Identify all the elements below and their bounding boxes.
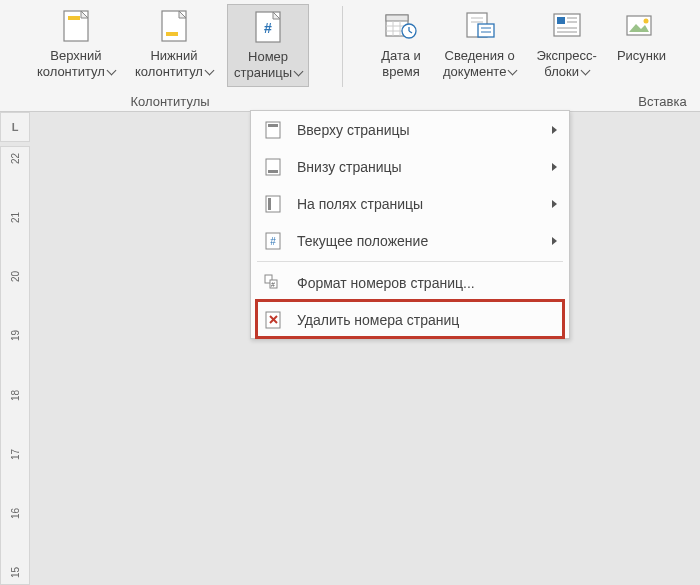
menu-item-bottom[interactable]: Внизу страницы [251,148,569,185]
svg-text:#: # [271,281,275,288]
page-top-icon [263,120,283,140]
doc-info-icon [463,8,497,44]
images-icon [624,8,658,44]
chevron-down-icon [106,66,116,76]
menu-separator [257,261,563,262]
quick-parts-label-2: блоки [544,64,579,80]
bottom-header-label-2: колонтитул [135,64,203,80]
chevron-down-icon [508,66,518,76]
menu-label: Формат номеров страниц... [297,275,557,291]
ruler-tick: 19 [10,322,21,350]
submenu-arrow-icon [552,200,557,208]
submenu-arrow-icon [552,163,557,171]
images-label-1: Рисунки [617,48,666,64]
ruler-corner: L [0,112,30,142]
menu-item-current[interactable]: # Текущее положение [251,222,569,259]
submenu-arrow-icon [552,126,557,134]
svg-text:#: # [264,20,272,36]
chevron-down-icon [294,67,304,77]
svg-rect-1 [68,16,80,20]
menu-label: Текущее положение [297,233,552,249]
svg-rect-34 [268,198,271,210]
doc-info-button[interactable]: Сведения о документе [437,4,522,85]
submenu-arrow-icon [552,237,557,245]
svg-rect-7 [386,15,408,21]
quick-parts-icon [550,8,584,44]
page-delete-icon [263,310,283,330]
menu-item-top[interactable]: Вверху страницы [251,111,569,148]
svg-text:#: # [270,236,276,247]
ruler-tick: 21 [10,204,21,232]
date-time-label-1: Дата и [381,48,421,64]
page-number-button[interactable]: # Номер страницы [227,4,309,87]
page-margins-icon [263,194,283,214]
top-header-label-2: колонтитул [37,64,105,80]
top-header-icon [59,8,93,44]
doc-info-label-1: Сведения о [445,48,515,64]
images-button[interactable]: Рисунки [611,4,672,68]
doc-info-label-2: документе [443,64,506,80]
ribbon-separator [342,6,343,87]
date-time-icon [384,8,418,44]
ribbon-group-headers: Верхний колонтитул Нижний колонтитул [0,0,340,111]
quick-parts-label-1: Экспресс- [536,48,597,64]
ruler-tick: 15 [10,558,21,585]
page-bottom-icon [263,157,283,177]
bottom-header-button[interactable]: Нижний колонтитул [129,4,219,85]
ribbon-group-insert: Дата и время Сведения о до [345,0,700,111]
page-number-menu: Вверху страницы Внизу страницы На полях … [250,110,570,339]
date-time-button[interactable]: Дата и время [373,4,429,85]
svg-rect-27 [627,16,651,35]
menu-label: Внизу страницы [297,159,552,175]
ruler-vertical: 22 21 20 19 18 17 16 15 [0,146,30,585]
quick-parts-button[interactable]: Экспресс- блоки [530,4,603,85]
page-number-icon: # [251,9,285,45]
menu-item-delete[interactable]: Удалить номера страниц [251,301,569,338]
chevron-down-icon [205,66,215,76]
ruler-tick: 22 [10,145,21,173]
top-header-button[interactable]: Верхний колонтитул [31,4,121,85]
group-label-insert: Вставка [628,94,698,109]
menu-label: Удалить номера страниц [297,312,557,328]
group-label-headers: Колонтитулы [0,94,340,109]
page-current-icon: # [263,231,283,251]
ruler-tick: 16 [10,499,21,527]
menu-label: Вверху страницы [297,122,552,138]
menu-label: На полях страницы [297,196,552,212]
svg-rect-18 [478,24,494,37]
ruler-tick: 18 [10,381,21,409]
chevron-down-icon [581,66,591,76]
svg-rect-22 [557,17,565,24]
page-number-label-2: страницы [234,65,292,81]
menu-item-margins[interactable]: На полях страницы [251,185,569,222]
ribbon: Верхний колонтитул Нижний колонтитул [0,0,700,112]
svg-point-28 [644,19,649,24]
ruler-tick: 17 [10,440,21,468]
bottom-header-icon [157,8,191,44]
ruler-tick: 20 [10,263,21,291]
page-number-label-1: Номер [248,49,288,65]
bottom-header-label-1: Нижний [150,48,197,64]
top-header-label-1: Верхний [50,48,101,64]
svg-rect-30 [268,124,278,127]
page-format-icon: # [263,273,283,293]
svg-rect-3 [166,32,178,36]
svg-rect-32 [268,170,278,173]
menu-item-format[interactable]: # Формат номеров страниц... [251,264,569,301]
date-time-label-2: время [382,64,419,80]
